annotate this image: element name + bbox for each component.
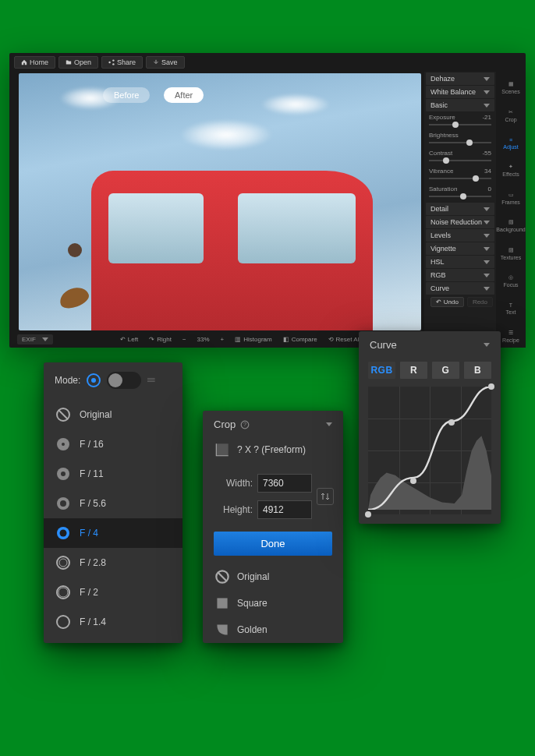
tool-recipe[interactable]: ☰Recipe (499, 325, 523, 348)
tool-rail: ▦Scenes✂Crop≡Adjust✦Effects▭Frames▧Backg… (496, 72, 526, 348)
frames-icon: ▭ (508, 192, 514, 198)
histogram-button[interactable]: ▥ Histogram (235, 336, 271, 343)
slider-exposure[interactable]: Exposure-21 (424, 112, 496, 130)
save-button[interactable]: Save (146, 56, 185, 69)
golden-icon (214, 621, 231, 638)
adjust-section-basic[interactable]: Basic (426, 99, 494, 111)
photo-preview[interactable]: Before After (19, 73, 421, 330)
aperture-preset[interactable]: F / 4 (44, 518, 182, 548)
svg-point-14 (59, 559, 67, 567)
rotate-left-button[interactable]: ↶ Left (120, 336, 138, 343)
done-button[interactable]: Done (214, 532, 332, 556)
aperture-preset[interactable]: F / 11 (44, 459, 182, 489)
slider-contrast[interactable]: Contrast-55 (424, 148, 496, 166)
recipe-icon: ☰ (508, 330, 513, 336)
adjust-section-detail[interactable]: Detail (426, 203, 494, 215)
tool-text[interactable]: TText (499, 297, 523, 320)
curve-point[interactable] (448, 419, 455, 426)
tool-textures[interactable]: ▨Textures (499, 242, 523, 264)
canvas-area: Before After EXIF ↶ Left ↷ Right − 33% +… (9, 72, 424, 348)
height-label: Height: (214, 504, 253, 515)
adjust-section-noise reduction[interactable]: Noise Reduction (426, 216, 494, 228)
aperture-preset[interactable]: F / 2.8 (44, 548, 182, 578)
adjust-section-rgb[interactable]: RGB (426, 269, 494, 281)
crop-preset-square[interactable]: Square (203, 590, 343, 616)
curve-tab-g[interactable]: G (432, 362, 459, 379)
rotate-right-button[interactable]: ↷ Right (149, 336, 172, 343)
swap-dimensions-button[interactable] (317, 488, 334, 505)
aperture-icon (55, 406, 72, 423)
tool-crop[interactable]: ✂Crop (499, 104, 523, 126)
tool-focus[interactable]: ◎Focus (499, 270, 523, 292)
help-icon[interactable]: ? (240, 420, 250, 429)
zoom-in-button[interactable]: + (221, 336, 225, 343)
svg-line-4 (58, 410, 68, 419)
tool-frames[interactable]: ▭Frames (499, 187, 523, 210)
adjust-section-dehaze[interactable]: Dehaze (426, 72, 494, 85)
svg-point-8 (61, 472, 66, 476)
aperture-icon (55, 584, 72, 601)
curve-title: Curve (370, 339, 397, 351)
top-toolbar: Home Open Share Save (9, 53, 526, 72)
crop-preset-original[interactable]: Original (203, 563, 343, 590)
aperture-preset[interactable]: F / 5.6 (44, 489, 182, 518)
curve-point[interactable] (488, 383, 494, 390)
curve-graph[interactable] (368, 387, 491, 514)
slider-vibrance[interactable]: Vibrance34 (424, 166, 496, 184)
zoom-out-button[interactable]: − (182, 336, 186, 343)
adjust-section-levels[interactable]: Levels (426, 229, 494, 242)
svg-point-13 (57, 556, 69, 569)
slider-brightness[interactable]: Brightness (424, 130, 496, 148)
freeform-label[interactable]: ? X ? (Freeform) (237, 444, 306, 455)
curve-point[interactable] (365, 511, 371, 518)
tool-adjust[interactable]: ≡Adjust (499, 132, 523, 154)
exif-dropdown[interactable]: EXIF (17, 334, 53, 344)
svg-point-10 (60, 500, 66, 507)
adjust-icon: ≡ (509, 137, 512, 143)
width-input[interactable] (257, 474, 312, 493)
mode-toggle[interactable] (107, 372, 141, 389)
effects-icon: ✦ (508, 164, 513, 170)
mode-panel: Mode: 𝄘 OriginalF / 16F / 11F / 5.6F / 4… (44, 362, 182, 643)
aperture-preset[interactable]: Original (44, 400, 182, 429)
undo-button[interactable]: ↶ Undo (430, 297, 464, 307)
redo-button[interactable]: Redo (467, 297, 493, 307)
focus-icon: ◎ (508, 274, 513, 281)
open-button[interactable]: Open (58, 56, 98, 69)
svg-point-0 (108, 62, 110, 63)
aperture-icon (55, 554, 72, 571)
background-icon: ▧ (508, 219, 514, 225)
aperture-preset[interactable]: F / 16 (44, 429, 182, 459)
curve-tab-b[interactable]: B (464, 362, 491, 379)
svg-point-1 (112, 59, 114, 61)
aperture-preset[interactable]: F / 1.4 (44, 607, 182, 637)
collapse-icon[interactable] (484, 343, 490, 347)
aperture-icon (55, 465, 72, 482)
tool-scenes[interactable]: ▦Scenes (499, 76, 523, 99)
original-icon (214, 568, 231, 585)
home-button[interactable]: Home (14, 56, 55, 69)
svg-line-22 (218, 573, 227, 581)
share-button[interactable]: Share (101, 56, 143, 69)
tool-effects[interactable]: ✦Effects (499, 159, 523, 182)
tool-background[interactable]: ▧Background (499, 214, 523, 237)
curve-point[interactable] (410, 478, 416, 484)
bars-icon[interactable]: 𝄘 (147, 375, 155, 386)
adjust-section-curve[interactable]: Curve (426, 282, 494, 295)
collapse-icon[interactable] (326, 422, 332, 426)
aperture-preset[interactable]: F / 2 (44, 578, 182, 607)
adjust-section-white balance[interactable]: White Balance (426, 86, 494, 98)
curve-tab-r[interactable]: R (400, 362, 427, 379)
after-label: After (164, 87, 204, 103)
adjust-section-hsl[interactable]: HSL (426, 256, 494, 268)
height-input[interactable] (257, 500, 312, 519)
reset-all-button[interactable]: ⟲ Reset All (328, 336, 361, 343)
adjust-section-vignette[interactable]: Vignette (426, 242, 494, 255)
slider-saturation[interactable]: Saturation0 (424, 184, 496, 202)
curve-tab-rgb[interactable]: RGB (368, 362, 395, 379)
mode-ring-icon[interactable] (87, 373, 101, 387)
text-icon: T (509, 302, 512, 308)
compare-button[interactable]: ◧ Compare (283, 336, 317, 343)
crop-preset-golden[interactable]: Golden (203, 616, 343, 643)
zoom-level[interactable]: 33% (197, 336, 210, 343)
